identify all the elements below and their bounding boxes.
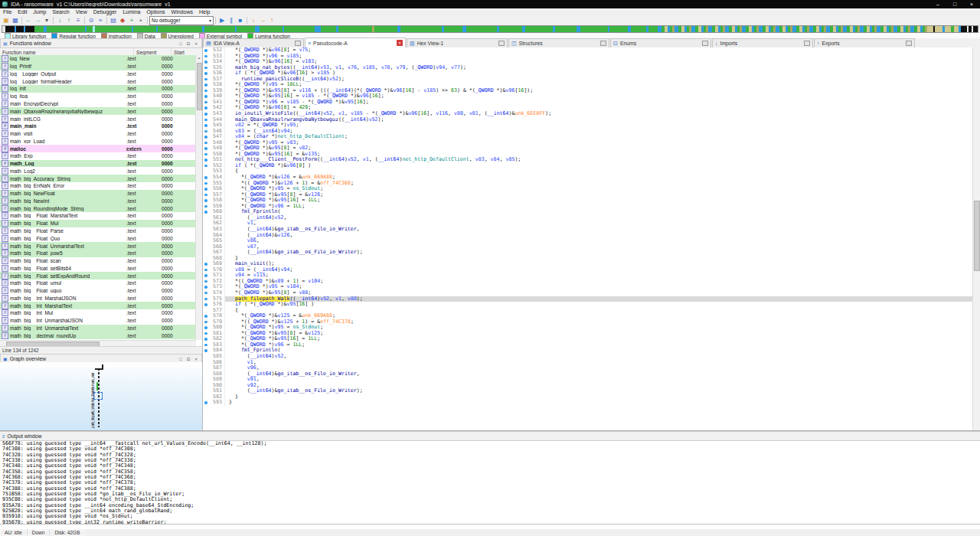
pseudocode-line[interactable]: 591 (__int64)&go_itab__os_File_io_Writer…: [203, 388, 973, 394]
function-row[interactable]: flog_Printf.text0000: [0, 63, 196, 70]
pseudocode-line[interactable]: 532 *(_QWORD *)&v96[8] = v75;: [203, 47, 973, 54]
pseudocode-line[interactable]: 542 *(_QWORD *)&v96[8] = 429;: [203, 105, 973, 111]
function-row[interactable]: fmath_big__Int_MarshalJSON.text0000: [0, 295, 196, 302]
save-database-icon[interactable]: ▦: [11, 16, 20, 25]
panel-float-icon[interactable]: ⊡: [185, 41, 191, 47]
text-search-icon[interactable]: ⊙: [87, 16, 96, 25]
pseudocode-line[interactable]: 551 net_http___Client__PostForm((__int64…: [203, 157, 973, 163]
pseudocode-line[interactable]: 573 *(_QWORD *)v95 = v104;: [203, 284, 973, 290]
run-until-return-icon[interactable]: ↑: [267, 16, 276, 25]
menu-jump[interactable]: Jump: [30, 9, 49, 15]
function-row[interactable]: fmain_initLCG.text0000: [0, 115, 196, 123]
pseudocode-line[interactable]: 566 v87,: [203, 244, 973, 250]
pseudocode-line[interactable]: 578 *(_QWORD *)&v125 = &unk_669A88;: [203, 313, 973, 319]
panel-close-icon[interactable]: ×: [193, 41, 199, 47]
pause-process-icon[interactable]: ∥: [227, 16, 236, 25]
pseudocode-scrollbar[interactable]: [972, 47, 980, 430]
pseudocode-line[interactable]: 569 main_visit();: [203, 261, 973, 267]
tab-close-icon[interactable]: ×: [397, 40, 403, 46]
pseudocode-line[interactable]: 588 (__int64)&go_itab__os_File_io_Writer…: [203, 371, 973, 377]
pseudocode-line[interactable]: 574 *(_QWORD *)&v95[8] = v88;: [203, 290, 973, 296]
menu-lumina[interactable]: Lumina: [119, 9, 143, 15]
navigator-band[interactable]: [2, 25, 978, 33]
pseudocode-line[interactable]: 550 *(_QWORD *)&v95[16] = &v135;: [203, 152, 973, 158]
pseudocode-line[interactable]: 590 v92,: [203, 383, 973, 389]
next-function-icon[interactable]: ↓: [55, 16, 64, 25]
menu-windows[interactable]: Windows: [168, 9, 196, 15]
graph-overview-content[interactable]: path_filepath_Walk fmt_Fprintln main_vis…: [0, 362, 202, 430]
close-button[interactable]: ×: [963, 0, 980, 8]
tab-float-icon[interactable]: [702, 41, 708, 46]
tab-hex-view-1[interactable]: ▥Hex View-1: [407, 38, 508, 47]
pseudocode-line[interactable]: 549 *(_QWORD *)&v95[8] = v82;: [203, 145, 973, 152]
debugger-selector[interactable]: No debugger▾: [149, 16, 214, 25]
function-row[interactable]: fmain_main.text0000: [0, 123, 196, 130]
function-row[interactable]: fmath_big__Float_setBits64.text0000: [0, 264, 196, 272]
pseudocode-line[interactable]: 560 fmt_Fprintln(: [203, 209, 973, 215]
pseudocode-line[interactable]: 563 (__int64)&go_itab__os_File_io_Writer…: [203, 227, 973, 233]
function-row[interactable]: fmath_big_NewFloat.text0000: [0, 190, 196, 198]
function-row[interactable]: fmain_EncryptDecrypt.text0000: [0, 100, 196, 108]
open-file-icon[interactable]: ▣: [2, 16, 11, 25]
tab-structures[interactable]: ◫Structures: [508, 38, 609, 47]
menu-file[interactable]: File: [0, 9, 15, 15]
panel-float-icon[interactable]: ⊡: [185, 356, 191, 362]
navigate-forward-icon[interactable]: →: [33, 16, 42, 25]
pseudocode-line[interactable]: 538 *(_QWORD *)v95 = 18LL;: [203, 82, 973, 88]
pseudocode-line[interactable]: 558 *(_QWORD *)&v95[16] = 1LL;: [203, 198, 973, 204]
function-row[interactable]: fmath_big__Float_scan.text0000: [0, 257, 196, 265]
tab-enums[interactable]: ⊡Enums: [610, 38, 711, 47]
pseudocode-line[interactable]: 589 v91,: [203, 377, 973, 383]
function-row[interactable]: fmath_big__Float_UnmarshalText.text0000: [0, 242, 196, 250]
function-row[interactable]: fmath_big__Float_MarshalText.text0000: [0, 212, 196, 220]
function-row[interactable]: fmath_big__Float_Quo.text0000: [0, 234, 196, 242]
function-list-icon[interactable]: ≡: [74, 16, 83, 25]
tab-ida-view-a[interactable]: ▤IDA View-A: [203, 38, 304, 47]
menu-debugger[interactable]: Debugger: [90, 9, 120, 15]
function-row[interactable]: fmath_big__Int_UnmarshalText.text0000: [0, 325, 196, 332]
step-into-icon[interactable]: ↓: [249, 16, 258, 25]
pseudocode-current-line[interactable]: 575 path_filepath_Walk((__int64)v52, v1,…: [203, 296, 973, 302]
function-row[interactable]: fmath_big__Int_Mul.text0000: [0, 309, 196, 317]
menu-search[interactable]: Search: [49, 9, 72, 15]
jump-address-icon[interactable]: »: [96, 16, 105, 25]
scrollbar-thumb[interactable]: [197, 63, 202, 110]
tab-pseudocode-a[interactable]: ≡Pseudocode-A×: [305, 38, 406, 47]
pseudocode-line[interactable]: 537 runtime_panicSliceB((__int64)v52);: [203, 77, 973, 83]
function-row[interactable]: fmain_QbaxvaRnazlrwrangvbaNytbewguz.text…: [0, 107, 196, 115]
pseudocode-view[interactable]: 532 *(_QWORD *)&v96[8] = v75;533 *(_QWOR…: [203, 47, 973, 430]
menu-view[interactable]: View: [73, 9, 90, 15]
function-row[interactable]: fmath_Log.text0000: [0, 160, 196, 168]
pseudocode-line[interactable]: 554 *(_QWORD *)&v126 = &unk_669A88;: [203, 175, 973, 181]
function-row[interactable]: fmath_Exp.text0000: [0, 152, 196, 160]
function-row[interactable]: fmath_big__Float_uquo.text0000: [0, 287, 196, 295]
function-row[interactable]: fmath_big__decimal_roundUp.text0000: [0, 332, 196, 339]
pseudocode-line[interactable]: 545 v82 = *(_QWORD *)v95;: [203, 123, 973, 129]
pseudocode-line[interactable]: 580 *(_QWORD *)v95 = os_Stdout;: [203, 325, 973, 331]
function-row[interactable]: fmain_xor_Load.text0000: [0, 137, 196, 145]
pseudocode-line[interactable]: 565 v86,: [203, 238, 973, 244]
pseudocode-line[interactable]: 556 *(_QWORD *)v95 = os_Stdout;: [203, 186, 973, 192]
function-row[interactable]: fmath_big_RoundingMode_String.text0000: [0, 204, 196, 212]
function-row[interactable]: flog__Logger_Output.text0000: [0, 70, 196, 78]
pseudocode-line[interactable]: 548 *(_QWORD *)v95 = v83;: [203, 140, 973, 146]
pseudocode-line[interactable]: 592 }: [203, 394, 973, 400]
pseudocode-line[interactable]: 561 (__int64)v52,: [203, 215, 973, 221]
function-row[interactable]: fmath_big__Int_UnmarshalJSON.text0000: [0, 317, 196, 325]
panel-maximize-icon[interactable]: □: [178, 356, 184, 362]
pseudocode-line[interactable]: 559 *(_QWORD *)v96 = 1LL;: [203, 204, 973, 210]
minimize-button[interactable]: –: [929, 0, 946, 8]
pseudocode-line[interactable]: 587 v96,: [203, 365, 973, 371]
step-over-icon[interactable]: →: [258, 16, 267, 25]
pseudocode-line[interactable]: 535 math_big_nat_bytes((__int64)v53, v1,…: [203, 65, 973, 71]
tab-float-icon[interactable]: [498, 41, 505, 46]
function-row[interactable]: flog__Logger_formatHeader.text0000: [0, 77, 196, 85]
tab-float-icon[interactable]: [295, 41, 301, 46]
function-row[interactable]: fmath_big__Float_umul.text0000: [0, 279, 196, 287]
function-row[interactable]: fmain_visit.text0000: [0, 130, 196, 138]
pseudocode-line[interactable]: 570 v88 = (__int64)v94;: [203, 267, 973, 273]
pseudocode-line[interactable]: 584 fmt_Fprintln(: [203, 348, 973, 354]
pseudocode-line[interactable]: 582 *(_QWORD *)&v95[16] = 1LL;: [203, 336, 973, 342]
history-dropdown-icon[interactable]: ▾: [42, 16, 51, 25]
pseudocode-line[interactable]: 541 *(_QWORD *)v96 = v185 - *(_QWORD *)&…: [203, 100, 973, 106]
